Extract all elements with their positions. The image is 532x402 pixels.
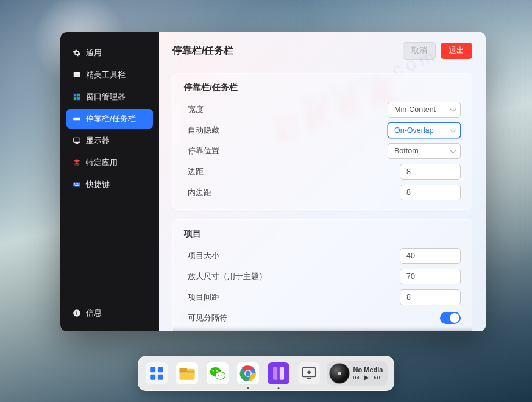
setting-row: 放大尺寸（用于主题） xyxy=(184,266,461,287)
setting-label: 内边距 xyxy=(184,187,400,198)
prev-track-button[interactable]: ⏮ xyxy=(353,374,360,381)
svg-rect-23 xyxy=(150,375,155,380)
running-indicator xyxy=(277,387,279,389)
select-input[interactable]: Bottom xyxy=(388,143,461,159)
section: 停靠栏/任务栏宽度Min-Content自动隐藏On-Overlap停靠位置Bo… xyxy=(172,73,472,210)
svg-rect-40 xyxy=(268,362,289,384)
dock-app-monitor-ctl[interactable] xyxy=(297,361,321,386)
svg-rect-2 xyxy=(74,94,77,97)
number-input[interactable] xyxy=(400,289,461,305)
svg-point-31 xyxy=(215,372,225,379)
monitor-icon xyxy=(73,136,81,145)
setting-label: 放大尺寸（用于主题） xyxy=(184,271,400,282)
keyboard-icon xyxy=(73,180,81,189)
sidebar-item-stack[interactable]: 特定应用 xyxy=(66,153,153,172)
svg-point-34 xyxy=(218,375,219,376)
svg-rect-18 xyxy=(76,312,77,315)
media-info: No Media ⏮ ▶ ⏭ xyxy=(353,366,383,381)
gear-icon xyxy=(73,49,81,57)
setting-row: 项目大小 xyxy=(184,245,461,266)
toggle-switch[interactable] xyxy=(440,312,461,324)
svg-point-32 xyxy=(212,370,213,371)
dock-app-wechat[interactable] xyxy=(205,361,230,386)
svg-point-7 xyxy=(74,118,76,119)
stack-icon xyxy=(73,158,81,167)
scroll-area[interactable]: 停靠栏/任务栏宽度Min-Content自动隐藏On-Overlap停靠位置Bo… xyxy=(159,68,486,331)
svg-rect-24 xyxy=(157,375,163,380)
header: 停靠栏/任务栏 取消 退出 xyxy=(159,32,486,68)
svg-rect-21 xyxy=(150,367,155,372)
dock-app-settings-app[interactable] xyxy=(266,361,291,386)
cancel-button[interactable]: 取消 xyxy=(403,42,436,60)
svg-rect-22 xyxy=(157,367,163,372)
svg-point-9 xyxy=(78,118,79,119)
svg-rect-45 xyxy=(307,378,311,379)
number-input[interactable] xyxy=(400,248,461,264)
dock: No Media ⏮ ▶ ⏭ xyxy=(138,356,395,391)
info-icon xyxy=(73,309,81,317)
number-input[interactable] xyxy=(400,164,461,180)
media-title: No Media xyxy=(353,366,383,373)
sidebar-item-label: 快捷键 xyxy=(86,179,110,190)
sidebar-item-label: 特定应用 xyxy=(86,157,118,168)
svg-rect-13 xyxy=(76,183,76,184)
svg-rect-28 xyxy=(179,371,194,372)
setting-label: 宽度 xyxy=(184,104,388,115)
svg-rect-1 xyxy=(74,72,80,74)
next-track-button[interactable]: ⏭ xyxy=(374,374,380,381)
dock-app-chrome[interactable] xyxy=(236,361,260,386)
setting-label: 停靠位置 xyxy=(184,146,388,157)
page-title: 停靠栏/任务栏 xyxy=(172,44,398,57)
section-title: 项目 xyxy=(184,228,461,239)
album-art-icon xyxy=(329,363,350,384)
sidebar-item-grid[interactable]: 窗口管理器 xyxy=(66,87,153,107)
sidebar-item-label: 信息 xyxy=(86,308,102,319)
sidebar-item-label: 停靠栏/任务栏 xyxy=(86,113,136,124)
setting-row: 边距 xyxy=(184,161,461,182)
svg-rect-20 xyxy=(146,362,168,384)
window-icon xyxy=(73,71,81,79)
dock-app-files[interactable] xyxy=(175,361,199,386)
sidebar-item-label: 通用 xyxy=(86,48,102,58)
dock-app-start-menu[interactable] xyxy=(144,361,169,386)
sidebar-item-keyboard[interactable]: 快捷键 xyxy=(66,175,153,194)
sidebar-item-info[interactable]: 信息 xyxy=(66,303,153,323)
svg-rect-15 xyxy=(79,183,79,184)
svg-rect-4 xyxy=(74,97,77,100)
setting-row: 可见分隔符 xyxy=(184,308,461,328)
svg-point-35 xyxy=(221,375,222,376)
sidebar: 通用精美工具栏窗口管理器停靠栏/任务栏显示器特定应用快捷键信息 xyxy=(60,32,159,331)
exit-button[interactable]: 退出 xyxy=(441,43,472,59)
play-button[interactable]: ▶ xyxy=(364,374,369,381)
svg-rect-10 xyxy=(74,138,80,142)
svg-point-46 xyxy=(307,371,310,374)
sidebar-item-monitor[interactable]: 显示器 xyxy=(66,131,153,150)
svg-rect-41 xyxy=(273,367,277,380)
sidebar-item-dock[interactable]: 停靠栏/任务栏 xyxy=(66,109,153,129)
content-pane: 记软收藏 Hybase.com 停靠栏/任务栏 取消 退出 停靠栏/任务栏宽度M… xyxy=(159,32,486,331)
sidebar-item-label: 显示器 xyxy=(86,135,110,146)
svg-point-33 xyxy=(216,370,217,371)
dock-media-widget[interactable]: No Media ⏮ ▶ ⏭ xyxy=(327,361,388,386)
number-input[interactable] xyxy=(400,185,461,200)
sidebar-item-label: 窗口管理器 xyxy=(86,91,126,102)
svg-rect-12 xyxy=(74,183,75,184)
select-input[interactable]: On-Overlap xyxy=(388,122,461,138)
svg-rect-5 xyxy=(77,97,80,100)
svg-rect-19 xyxy=(76,311,77,312)
grid-icon xyxy=(73,93,81,101)
section-title: 停靠栏/任务栏 xyxy=(184,82,461,93)
number-input[interactable] xyxy=(400,269,461,284)
setting-label: 项目间距 xyxy=(184,292,400,303)
setting-label: 边距 xyxy=(184,166,400,177)
setting-row: 宽度Min-Content xyxy=(184,99,461,120)
setting-label: 可见分隔符 xyxy=(184,312,440,323)
sidebar-item-gear[interactable]: 通用 xyxy=(66,43,153,63)
setting-row: 项目间距 xyxy=(184,287,461,308)
sidebar-item-window[interactable]: 精美工具栏 xyxy=(66,65,153,85)
setting-row: 内边距 xyxy=(184,182,461,203)
svg-rect-3 xyxy=(77,94,80,97)
setting-label: 项目大小 xyxy=(184,250,400,261)
setting-row: 自动隐藏On-Overlap xyxy=(184,120,461,141)
select-input[interactable]: Min-Content xyxy=(388,102,461,118)
